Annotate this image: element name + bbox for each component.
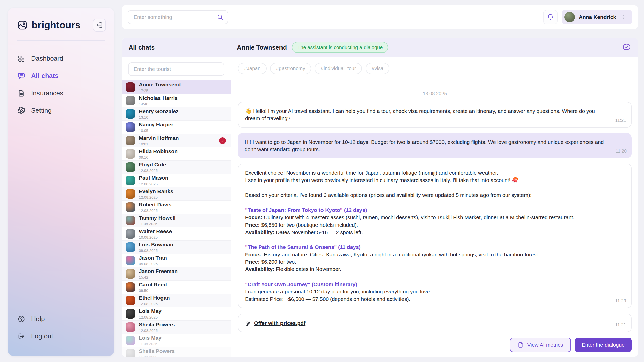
assistant-message: Offer with prices.pdf 11:21 bbox=[238, 314, 632, 332]
tag-chip[interactable]: #visa bbox=[366, 63, 389, 74]
contact-name: Lois May bbox=[139, 335, 162, 341]
contact-name: Henry Gonzalez bbox=[139, 108, 179, 114]
view-ai-metrics-label: View AI metrics bbox=[527, 342, 563, 348]
sidebar-item-insurances[interactable]: Insurances bbox=[8, 84, 114, 102]
contact-time: 09.08.2025 bbox=[139, 248, 173, 253]
sidebar-item-label: Insurances bbox=[31, 89, 63, 97]
tour-option: "Craft Your Own Journey" (Custom itinera… bbox=[245, 281, 603, 303]
chat-list-item[interactable]: Lois May 12.08.2025 bbox=[122, 307, 231, 320]
chat-list-item[interactable]: Annie Townsend 17:25 bbox=[122, 80, 231, 94]
attachment-link[interactable]: Offer with prices.pdf bbox=[254, 319, 305, 327]
sidebar-divider bbox=[17, 40, 105, 41]
avatar bbox=[126, 296, 135, 305]
chat-area: #Japan#gastronomy#individual_tour#visa 1… bbox=[231, 57, 638, 357]
contact-name: Nicholas Harris bbox=[139, 95, 178, 101]
sidebar-nav: Dashboard All chats Insurances bbox=[8, 47, 114, 122]
tag-chip[interactable]: #Japan bbox=[238, 63, 267, 74]
contact-time: 12.08.2025 bbox=[139, 168, 166, 173]
sidebar-item-all-chats[interactable]: All chats bbox=[8, 67, 114, 84]
enter-dialogue-button[interactable]: Enter the dialogue bbox=[575, 338, 632, 352]
chat-list-item[interactable]: Nancy Harper 10:05 bbox=[122, 120, 231, 134]
tour-option-line: Availability: Flexible dates in November… bbox=[245, 265, 603, 273]
contact-time: 09:50 bbox=[139, 288, 167, 293]
date-separator: 13.08.2025 bbox=[238, 91, 632, 96]
notifications-button[interactable] bbox=[543, 10, 558, 24]
chat-list-item[interactable]: Lois Bowman 09.08.2025 bbox=[122, 240, 231, 254]
chat-list-item[interactable]: Tammy Howell 11.08.2025 bbox=[122, 214, 231, 227]
contact-name: Carol Reed bbox=[139, 282, 167, 288]
user-message: Hi! I want to go to Japan in November fo… bbox=[238, 133, 632, 158]
tag-chip[interactable]: #individual_tour bbox=[315, 63, 362, 74]
avatar bbox=[126, 176, 135, 185]
contact-time: 13:10 bbox=[139, 115, 179, 119]
kebab-menu-icon[interactable] bbox=[620, 14, 628, 20]
tour-option-title[interactable]: "Craft Your Own Journey" (Custom itinera… bbox=[245, 281, 603, 288]
contact-name: Lois May bbox=[139, 308, 162, 314]
chat-list-item[interactable]: Paul Mason 12.08.2025 bbox=[122, 174, 231, 187]
collapse-sidebar-button[interactable] bbox=[93, 19, 106, 32]
avatar bbox=[126, 309, 135, 319]
tourist-search-input[interactable] bbox=[128, 62, 224, 76]
app-title: brightours bbox=[32, 20, 93, 31]
avatar bbox=[126, 149, 135, 159]
dialogue-check-icon[interactable] bbox=[622, 43, 631, 52]
sidebar-item-logout[interactable]: Log out bbox=[8, 328, 114, 345]
avatar bbox=[126, 202, 135, 212]
sidebar-item-dashboard[interactable]: Dashboard bbox=[8, 50, 114, 67]
global-search-input[interactable] bbox=[128, 10, 228, 24]
view-ai-metrics-button[interactable]: View AI metrics bbox=[510, 338, 571, 352]
contact-time: 12.08.2025 bbox=[139, 302, 170, 306]
chat-list-item[interactable]: Jason Freeman 15:42 bbox=[122, 267, 231, 280]
avatar bbox=[126, 282, 135, 292]
sidebar-item-label: Dashboard bbox=[31, 55, 63, 62]
avatar bbox=[126, 229, 135, 239]
message-time: 11:20 bbox=[616, 148, 627, 154]
chat-list-item[interactable]: Floyd Cole 12.08.2025 bbox=[122, 160, 231, 174]
chat-list-item[interactable]: Marvin Hoffman 10:01 2 bbox=[122, 134, 231, 147]
sidebar-item-label: Log out bbox=[31, 332, 53, 340]
metrics-file-icon bbox=[517, 342, 524, 348]
chat-list-item[interactable]: Henry Gonzalez 13:10 bbox=[122, 107, 231, 120]
chat-list-item[interactable]: Robert Davis 12.08.2025 bbox=[122, 200, 231, 214]
messages: 13.08.2025 👋 Hello! I'm your AI travel a… bbox=[231, 74, 638, 335]
sidebar-item-help[interactable]: Help bbox=[8, 310, 114, 328]
header-strip: All chats Annie Townsend The assistant i… bbox=[122, 38, 638, 57]
tour-option-title[interactable]: "The Path of the Samurai & Onsens" (11 d… bbox=[245, 243, 603, 251]
chat-list: Annie Townsend 17:25 Nicholas Harris 14:… bbox=[122, 57, 231, 357]
actions-bar: View AI metrics Enter the dialogue bbox=[231, 335, 638, 357]
chat-list-item[interactable]: Nicholas Harris 14:40 bbox=[122, 94, 231, 107]
status-badge: The assistant is conducting a dialogue bbox=[292, 42, 388, 53]
contact-name: Hilda Robinson bbox=[139, 148, 178, 154]
chat-list-item[interactable]: Hilda Robinson 09:16 bbox=[122, 147, 231, 160]
tour-option-title[interactable]: "Taste of Japan: From Tokyo to Kyoto" (1… bbox=[245, 206, 603, 214]
contact-name: Robert Davis bbox=[139, 202, 172, 208]
assistant-message: 👋 Hello! I'm your AI travel assistant. I… bbox=[238, 102, 632, 128]
brightours-logo-icon bbox=[17, 20, 28, 30]
message-time: 11:21 bbox=[615, 322, 626, 328]
contact-time: 10:05 bbox=[139, 128, 173, 133]
tourist-search bbox=[122, 57, 231, 80]
chat-contact-name: Annie Townsend bbox=[237, 44, 287, 51]
chat-list-item[interactable]: Evelyn Banks 12.08.2025 bbox=[122, 187, 231, 200]
user-menu[interactable]: Anna Kendrick bbox=[562, 10, 632, 24]
search-icon[interactable] bbox=[217, 14, 224, 21]
chat-list-item[interactable]: Lois May 11.08.2025 bbox=[122, 334, 231, 347]
chat-list-item[interactable]: Carol Reed 09:50 bbox=[122, 280, 231, 294]
message-time: 11:21 bbox=[615, 117, 626, 124]
contact-time: 05.08.2025 bbox=[139, 262, 167, 266]
contact-time: 10.08.2025 bbox=[139, 235, 172, 239]
avatar bbox=[126, 336, 135, 345]
chat-list-item[interactable]: Sheila Powers 12.08.2025 bbox=[122, 320, 231, 334]
tour-option: "Taste of Japan: From Tokyo to Kyoto" (1… bbox=[245, 206, 603, 236]
chat-list-item[interactable]: Sheila Powers 11.08.2025 bbox=[122, 347, 231, 357]
chat-list-item[interactable]: Jason Tran 05.08.2025 bbox=[122, 254, 231, 267]
contact-time: 17:25 bbox=[139, 88, 181, 93]
enter-dialogue-label: Enter the dialogue bbox=[582, 342, 625, 348]
chat-list-item[interactable]: Walter Reese 10.08.2025 bbox=[122, 227, 231, 240]
tag-chip[interactable]: #gastronomy bbox=[270, 63, 311, 74]
chat-bubble-icon bbox=[18, 72, 25, 80]
chat-list-item[interactable]: Ethel Hogan 12.08.2025 bbox=[122, 294, 231, 307]
contact-name: Paul Mason bbox=[139, 175, 168, 181]
sidebar-item-setting[interactable]: Setting bbox=[8, 102, 114, 119]
topbar: Anna Kendrick bbox=[122, 5, 638, 29]
